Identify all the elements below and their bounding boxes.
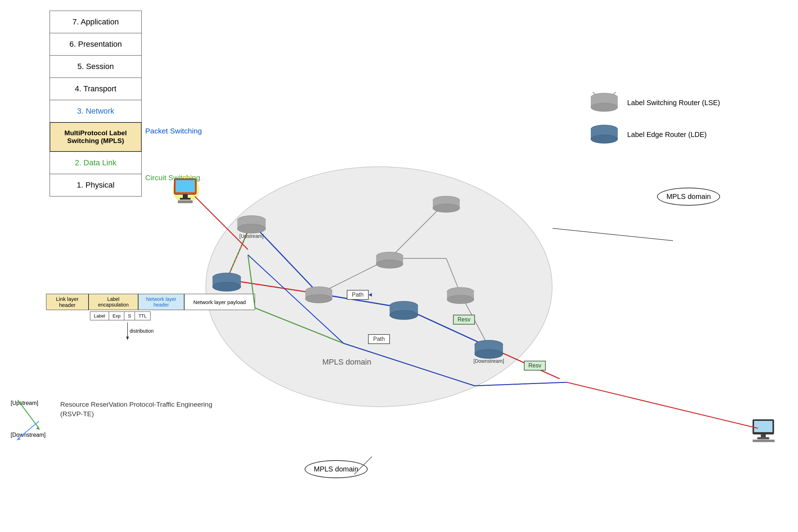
svg-point-7 bbox=[591, 135, 618, 143]
svg-rect-69 bbox=[183, 194, 188, 198]
ler-label: Label Edge Router (LDE) bbox=[627, 131, 707, 139]
encap-label-enc: Labelencapsulation bbox=[89, 294, 138, 310]
svg-rect-76 bbox=[753, 440, 775, 442]
mpls-domain-bottom: MPLS domain bbox=[305, 460, 368, 478]
legend-lsr: Label Switching Router (LSE) bbox=[588, 92, 720, 113]
sub-s: S bbox=[124, 311, 135, 320]
legend: Label Switching Router (LSE) Label Edge … bbox=[588, 92, 720, 156]
mpls-domain-label: MPLS domain bbox=[322, 357, 371, 367]
sub-label: Label bbox=[90, 311, 109, 320]
ler-icon bbox=[588, 124, 620, 145]
sub-label-row: Label Exp S TTL bbox=[90, 311, 255, 320]
rsvp-arrows bbox=[11, 389, 53, 446]
osi-layer-7: 7. Application bbox=[50, 11, 142, 33]
svg-line-64 bbox=[18, 421, 39, 439]
network-area: MPLS domain bbox=[170, 159, 666, 425]
osi-layer-4: 4. Transport bbox=[50, 78, 142, 100]
lsr-icon bbox=[588, 92, 620, 113]
distribution-area: distribution bbox=[117, 322, 255, 342]
desktop-svg bbox=[751, 418, 779, 442]
sub-ttl: TTL bbox=[135, 311, 151, 320]
monitor-svg bbox=[170, 173, 202, 205]
svg-rect-68 bbox=[176, 180, 195, 192]
osi-layer-6: 6. Presentation bbox=[50, 33, 142, 56]
svg-line-4 bbox=[613, 92, 617, 95]
osi-layer-1: 1. Physical bbox=[50, 174, 142, 196]
svg-marker-61 bbox=[126, 337, 129, 340]
legend-ler: Label Edge Router (LDE) bbox=[588, 124, 720, 145]
distribution-text: distribution bbox=[130, 328, 154, 334]
mpls-domain-ellipse bbox=[205, 166, 553, 407]
mpls-domain-top-right: MPLS domain bbox=[657, 188, 720, 206]
packet-switching-label: Packet Switching bbox=[145, 127, 202, 135]
osi-layer-mpls: MultiProtocol Label Switching (MPLS) bbox=[50, 122, 142, 152]
svg-rect-75 bbox=[757, 437, 769, 439]
encap-row: Link layerheader Labelencapsulation Netw… bbox=[46, 294, 255, 310]
label-encap: Link layerheader Labelencapsulation Netw… bbox=[46, 294, 255, 342]
lsr-label: Label Switching Router (LSE) bbox=[627, 99, 720, 107]
osi-stack: 7. Application 6. Presentation 5. Sessio… bbox=[50, 11, 142, 196]
sub-exp: Exp bbox=[109, 311, 124, 320]
encap-network-header: Network layerheader bbox=[138, 294, 184, 310]
svg-rect-70 bbox=[180, 198, 191, 200]
svg-rect-71 bbox=[178, 200, 193, 203]
svg-point-2 bbox=[591, 103, 618, 111]
svg-rect-73 bbox=[754, 421, 772, 432]
encap-link-header: Link layerheader bbox=[46, 294, 89, 310]
osi-layer-3: 3. Network bbox=[50, 100, 142, 122]
rsvpte-label: Resource ReserVation Protocol-Traffic En… bbox=[60, 400, 212, 419]
monitor-icon bbox=[170, 173, 202, 207]
svg-rect-74 bbox=[761, 434, 766, 437]
desktop-icon bbox=[751, 418, 779, 444]
encap-payload: Network layer payload bbox=[184, 294, 255, 310]
osi-layer-2: 2. Data Link bbox=[50, 151, 142, 174]
svg-line-3 bbox=[592, 92, 595, 95]
osi-layer-5: 5. Session bbox=[50, 55, 142, 78]
